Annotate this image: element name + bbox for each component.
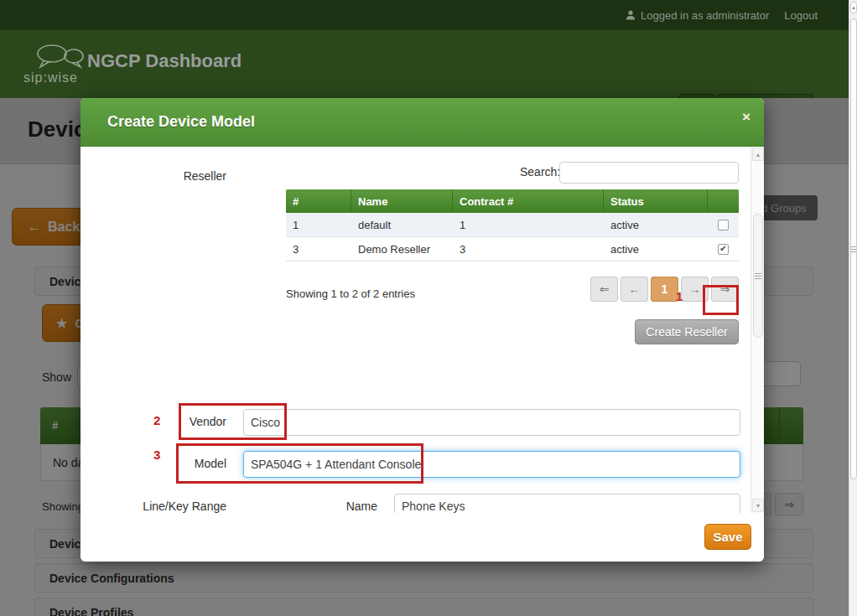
col-id: #: [286, 189, 351, 213]
main-header: sip:wise NGCP Dashboard Settings ▾: [0, 30, 857, 98]
user-icon: [626, 10, 636, 20]
brand-logo: sip:wise NGCP Dashboard: [23, 70, 78, 85]
page-scrollbar[interactable]: ▲: [849, 0, 857, 616]
cell-status: active: [604, 213, 708, 236]
col-contract: Contract #: [453, 189, 604, 213]
reseller-search-input[interactable]: [559, 162, 739, 184]
sipwise-bubbles-icon: [35, 44, 87, 69]
annotation-step-2: 2: [153, 413, 160, 427]
modal-body: Reseller Search: # Name Contract # Statu…: [81, 147, 764, 513]
modal-title: Create Device Model: [107, 113, 255, 131]
logged-in-label: Logged in as administrator: [641, 9, 769, 22]
col-select: [708, 189, 739, 213]
app-window: Logged in as administrator Logout sip:wi…: [0, 0, 857, 616]
col-status: Status: [604, 189, 708, 213]
col-name: Name: [351, 189, 453, 213]
cell-contract: 1: [453, 213, 604, 236]
cell-status: active: [604, 237, 708, 261]
table-row[interactable]: 3 Demo Reseller 3 active ✔: [286, 237, 739, 261]
create-device-model-modal: Create Device Model × Reseller Search: #…: [81, 98, 764, 562]
reseller-table-header: # Name Contract # Status: [286, 189, 739, 213]
scrollbar-grip: [755, 273, 761, 279]
cell-id: 3: [286, 237, 351, 261]
pagination-first[interactable]: ⇐: [590, 277, 618, 302]
reseller-entries-info: Showing 1 to 2 of 2 entries: [286, 287, 415, 300]
reseller-search-label: Search:: [520, 165, 560, 179]
close-icon[interactable]: ×: [742, 110, 751, 124]
pagination-page-1[interactable]: 1: [651, 277, 678, 302]
logout-link[interactable]: Logout: [784, 9, 818, 22]
scroll-down-icon[interactable]: ▼: [752, 499, 764, 512]
table-row[interactable]: 1 default 1 active: [286, 213, 739, 237]
reseller-table: # Name Contract # Status 1 default 1 act…: [286, 189, 739, 261]
annotation-box-1: [703, 285, 739, 315]
save-button[interactable]: Save: [704, 524, 751, 550]
modal-scrollbar-thumb[interactable]: [753, 214, 763, 338]
reseller-checkbox-checked[interactable]: ✔: [718, 244, 729, 255]
annotation-step-3: 3: [153, 448, 160, 462]
page-scrollbar-thumb[interactable]: [850, 18, 857, 479]
page-scroll-up-icon[interactable]: ▲: [850, 2, 857, 13]
create-reseller-button[interactable]: Create Reseller: [635, 319, 739, 344]
annotation-step-1: 1: [676, 289, 683, 303]
top-bar: Logged in as administrator Logout: [0, 0, 857, 30]
vendor-input[interactable]: [243, 409, 740, 436]
brand-sipwise-label: sip:wise: [23, 70, 78, 85]
cell-name: Demo Reseller: [351, 237, 453, 261]
annotation-box-2: [179, 403, 287, 440]
cell-id: 1: [286, 213, 351, 236]
scrollbar-grip: [851, 246, 856, 252]
scroll-up-icon[interactable]: ▲: [752, 148, 764, 161]
reseller-checkbox[interactable]: [718, 220, 729, 230]
brand-product-label: NGCP Dashboard: [87, 50, 242, 72]
linekey-name-label: Name: [293, 500, 377, 513]
linekey-range-label: Line/Key Range: [97, 500, 226, 513]
reseller-label: Reseller: [97, 169, 226, 183]
annotation-box-3: [176, 443, 423, 484]
logged-in-status: Logged in as administrator: [626, 9, 769, 22]
modal-header: Create Device Model ×: [81, 98, 764, 147]
modal-scrollbar[interactable]: ▲ ▼: [751, 147, 764, 513]
modal-footer: Save: [81, 513, 764, 562]
pagination-prev[interactable]: ←: [621, 277, 648, 302]
cell-contract: 3: [453, 237, 604, 261]
cell-name: default: [351, 213, 453, 236]
